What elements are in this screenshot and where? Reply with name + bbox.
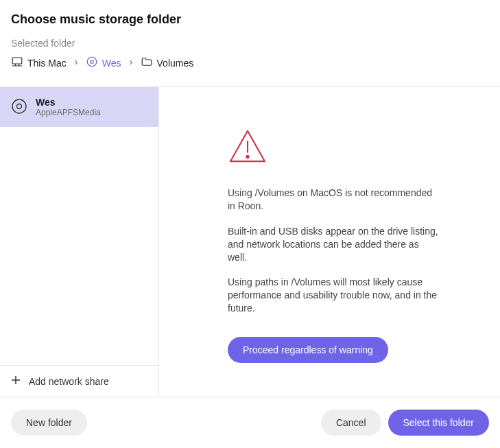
computer-icon	[11, 56, 23, 70]
new-folder-button[interactable]: New folder	[11, 410, 87, 436]
dialog-title: Choose music storage folder	[11, 12, 489, 27]
add-network-share-label: Add network share	[29, 376, 109, 387]
add-network-share[interactable]: Add network share	[0, 365, 158, 397]
svg-point-1	[87, 57, 97, 67]
svg-point-3	[12, 99, 26, 113]
breadcrumb-label: This Mac	[27, 58, 67, 69]
breadcrumb: This Mac Wes Volumes	[11, 56, 489, 80]
chevron-right-icon	[127, 58, 135, 69]
breadcrumb-label: Wes	[102, 58, 121, 69]
svg-rect-0	[12, 58, 22, 64]
warning-icon	[228, 128, 466, 166]
breadcrumb-wes[interactable]: Wes	[86, 56, 121, 70]
breadcrumb-label: Volumes	[157, 58, 194, 69]
breadcrumb-volumes: Volumes	[141, 56, 194, 70]
disk-icon	[11, 98, 27, 117]
drive-name: Wes	[36, 97, 101, 108]
svg-point-4	[17, 104, 22, 108]
warning-paragraph-2: Built-in and USB disks appear on the dri…	[228, 225, 440, 264]
plus-icon	[10, 374, 22, 388]
proceed-button[interactable]: Proceed regardless of warning	[228, 337, 388, 363]
folder-icon	[141, 56, 153, 70]
cancel-button[interactable]: Cancel	[321, 410, 381, 436]
selected-folder-label: Selected folder	[11, 38, 489, 49]
drive-item-wes[interactable]: Wes AppleAPFSMedia	[0, 87, 158, 127]
disk-icon	[86, 56, 98, 70]
breadcrumb-this-mac[interactable]: This Mac	[11, 56, 67, 70]
chevron-right-icon	[72, 58, 80, 69]
svg-point-6	[246, 156, 248, 158]
sidebar: Wes AppleAPFSMedia Add network share	[0, 87, 159, 397]
svg-point-2	[91, 60, 94, 64]
content-pane: Using /Volumes on MacOS is not recommend…	[159, 87, 500, 397]
warning-paragraph-1: Using /Volumes on MacOS is not recommend…	[228, 187, 440, 213]
warning-paragraph-3: Using paths in /Volumes will most likely…	[228, 276, 440, 315]
select-folder-button[interactable]: Select this folder	[388, 410, 490, 436]
drive-subtitle: AppleAPFSMedia	[36, 108, 101, 117]
